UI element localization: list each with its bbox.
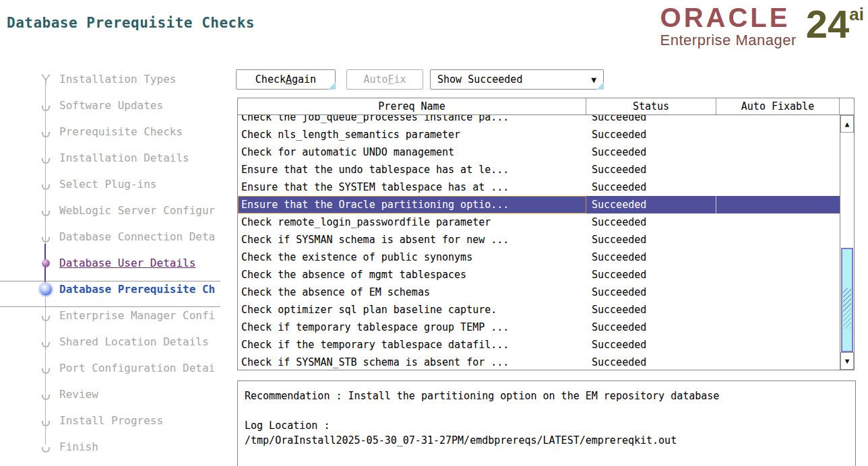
recommendation-text: Recommendation : Install the partitionin… (245, 389, 848, 403)
sidebar-item-prerequisite-checks: Prerequisite Checks (0, 119, 226, 145)
sidebar-item-installation-types: Installation Types (0, 66, 226, 92)
column-header-status[interactable]: Status (586, 98, 716, 114)
sidebar-item-finish: Finish (0, 434, 226, 460)
sidebar-item-label: Database Prerequisite Ch (59, 276, 215, 302)
sidebar-item-enterprise-manager-confi: Enterprise Manager Confi (0, 302, 226, 329)
oracle-wordmark: ORACLE Enterprise Manager (660, 4, 797, 49)
auto-fixable-cell (716, 126, 840, 143)
auto-fixable-cell (716, 354, 840, 370)
table-row[interactable]: Check if SYSMAN_STB schema is absent for… (238, 354, 840, 370)
step-open-icon (39, 329, 53, 355)
auto-fixable-cell (716, 231, 840, 248)
table-row[interactable]: Check if temporary tablespace group TEMP… (238, 319, 840, 336)
status-cell: Succeeded (586, 161, 716, 178)
prereq-name-cell: Check the absence of EM schemas (238, 284, 586, 301)
sidebar-item-software-updates: Software Updates (0, 92, 226, 119)
status-cell: Succeeded (586, 213, 716, 231)
column-header-auto-fixable[interactable]: Auto Fixable (716, 98, 840, 114)
scrollbar-thumb[interactable] (841, 248, 853, 352)
table-row[interactable]: Check optimizer sql plan baseline captur… (238, 301, 840, 319)
sidebar-item-label: Installation Types (59, 66, 176, 92)
sidebar-item-database-prerequisite-ch[interactable]: Database Prerequisite Ch (0, 276, 226, 302)
step-open-icon (39, 224, 53, 250)
status-cell: Succeeded (586, 115, 716, 126)
table-row[interactable]: Ensure that the Oracle partitioning opti… (238, 196, 840, 213)
check-again-button[interactable]: Check Again (236, 69, 336, 90)
prereq-name-cell: Ensure that the SYSTEM tablespace has at… (238, 178, 586, 196)
prereq-name-cell: Check the absence of mgmt tablespaces (238, 266, 586, 284)
sidebar-item-label: Database Connection Deta (59, 224, 215, 250)
status-cell: Succeeded (586, 336, 716, 354)
prereq-name-cell: Check the existence of public synonyms (238, 248, 586, 266)
status-cell: Succeeded (586, 143, 716, 161)
table-row[interactable]: Ensure that the SYSTEM tablespace has at… (238, 178, 840, 196)
table-row[interactable]: Check the absence of EM schemas Succeede… (238, 284, 840, 301)
auto-fixable-cell (716, 143, 840, 161)
sidebar-item-select-plug-ins: Select Plug-ins (0, 171, 226, 197)
sidebar-item-weblogic-server-configur: WebLogic Server Configur (0, 197, 226, 224)
status-cell: Succeeded (586, 354, 716, 370)
sidebar-item-label: Database User Details (59, 250, 195, 276)
version-suffix: ai (849, 4, 864, 25)
enterprise-manager-text: Enterprise Manager (660, 32, 797, 49)
step-open-icon (39, 145, 53, 171)
auto-fixable-cell (716, 301, 840, 319)
table-row[interactable]: Ensure that the undo tablespace has at l… (238, 161, 840, 178)
sidebar-item-label: Enterprise Manager Confi (59, 302, 215, 329)
sidebar-item-label: Prerequisite Checks (59, 119, 183, 145)
table-row[interactable]: Check the existence of public synonyms S… (238, 248, 840, 266)
version-badge: 24 ai (806, 5, 864, 42)
status-cell: Succeeded (586, 126, 716, 143)
prereq-table: Prereq Name Status Auto Fixable Check th… (237, 98, 855, 370)
sidebar-item-port-configuration-detai: Port Configuration Detai (0, 355, 226, 381)
table-row[interactable]: Check if SYSMAN schema is absent for new… (238, 231, 840, 248)
auto-fixable-cell (716, 336, 840, 354)
table-row[interactable]: Check remote_login_passwordfile paramete… (238, 213, 840, 231)
branch-icon (39, 66, 53, 92)
status-filter-value: Show Succeeded (437, 73, 522, 86)
scroll-up-button[interactable]: ▲ (840, 115, 854, 133)
sidebar-item-label: Software Updates (59, 92, 163, 119)
sidebar-item-review: Review (0, 381, 226, 407)
auto-fixable-cell (716, 319, 840, 336)
header-scrollbar-spacer (840, 98, 854, 114)
table-scrollbar[interactable]: ▲ ▼ (840, 115, 854, 370)
auto-fixable-cell (716, 248, 840, 266)
sidebar-item-label: WebLogic Server Configur (59, 197, 215, 224)
step-open-icon (39, 92, 53, 119)
table-row[interactable]: Check for automatic UNDO management Succ… (238, 143, 840, 161)
sidebar-item-label: Shared Location Details (59, 329, 209, 355)
table-row[interactable]: Check nls_length_semantics parameter Suc… (238, 126, 840, 143)
prereq-name-cell: Check optimizer sql plan baseline captur… (238, 301, 586, 319)
oracle-em-logo: ORACLE Enterprise Manager 24 ai (660, 4, 864, 49)
status-filter-dropdown[interactable]: Show Succeeded ▼ (430, 69, 604, 90)
auto-fixable-cell (716, 161, 840, 178)
step-open-icon (39, 171, 53, 197)
status-cell: Succeeded (586, 301, 716, 319)
sidebar-item-database-user-details[interactable]: Database User Details (0, 250, 226, 276)
auto-fix-button[interactable]: Auto Fix (346, 69, 423, 90)
recommendation-panel: Recommendation : Install the partitionin… (237, 380, 856, 466)
prereq-table-header: Prereq Name Status Auto Fixable (238, 98, 854, 115)
scroll-up-icon: ▲ (845, 120, 850, 129)
table-row[interactable]: Check if the temporary tablespace datafi… (238, 336, 840, 354)
sidebar-item-label: Install Progress (59, 407, 163, 434)
prereq-name-cell: Check if SYSMAN schema is absent for new… (238, 231, 586, 248)
table-row[interactable]: Check the absence of mgmt tablespaces Su… (238, 266, 840, 284)
sidebar-item-shared-location-details: Shared Location Details (0, 329, 226, 355)
column-header-prereq-name[interactable]: Prereq Name (238, 98, 586, 114)
step-current-icon (39, 276, 53, 302)
table-row[interactable]: Check the job_queue_processes instance p… (238, 115, 840, 126)
prereq-name-cell: Check for automatic UNDO management (238, 143, 586, 161)
prereq-name-cell: Check if temporary tablespace group TEMP… (238, 319, 586, 336)
step-open-icon (39, 407, 53, 434)
prereq-name-cell: Ensure that the undo tablespace has at l… (238, 161, 586, 178)
scroll-down-button[interactable]: ▼ (840, 352, 854, 370)
auto-fixable-cell (716, 213, 840, 231)
status-cell: Succeeded (586, 284, 716, 301)
prereq-name-cell: Check the job_queue_processes instance p… (238, 115, 586, 126)
status-cell: Succeeded (586, 319, 716, 336)
prereq-name-cell: Ensure that the Oracle partitioning opti… (238, 196, 586, 213)
sidebar-item-label: Select Plug-ins (59, 171, 157, 197)
step-open-icon (39, 119, 53, 145)
